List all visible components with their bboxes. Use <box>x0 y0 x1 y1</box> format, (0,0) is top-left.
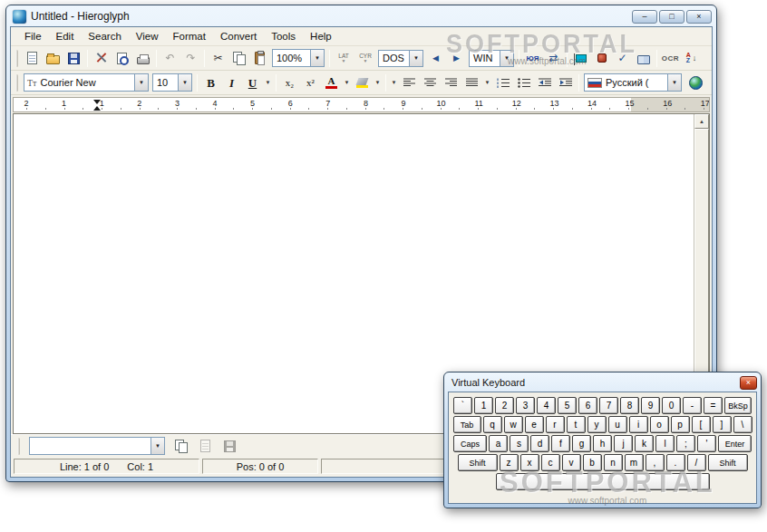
key-,[interactable]: , <box>646 454 665 471</box>
key-enter[interactable]: Enter <box>718 435 752 452</box>
key-i[interactable]: i <box>629 416 648 433</box>
key-y[interactable]: y <box>587 416 607 433</box>
key-w[interactable]: w <box>504 416 523 433</box>
zoom-dropdown-arrow[interactable]: ▼ <box>310 50 324 66</box>
key-s[interactable]: s <box>510 435 529 452</box>
cyrillic-button[interactable]: CYR ▼ <box>354 48 376 68</box>
keyboard-close-button[interactable]: × <box>740 376 757 390</box>
line-spacing-dropdown[interactable]: ▼ <box>482 73 492 92</box>
key-;[interactable]: ; <box>676 435 695 452</box>
bullet-list-button[interactable] <box>513 73 534 92</box>
target-encoding-dropdown-arrow[interactable]: ▼ <box>500 51 513 66</box>
scroll-up-button[interactable]: ▲ <box>694 114 709 129</box>
template-combo[interactable]: ▼ <box>29 437 165 455</box>
latin-button[interactable]: LAT ▼ <box>333 48 354 68</box>
font-size-dropdown-arrow[interactable]: ▼ <box>178 74 191 91</box>
subscript-button[interactable]: x₂ <box>279 73 300 92</box>
superscript-button[interactable]: x² <box>300 73 321 92</box>
key-t[interactable]: t <box>567 416 586 433</box>
key-g[interactable]: g <box>572 435 591 452</box>
indent-marker[interactable] <box>93 100 102 111</box>
font-size-combo[interactable]: 10 ▼ <box>152 73 192 92</box>
key-k[interactable]: k <box>635 435 654 452</box>
decrease-indent-button[interactable] <box>534 73 555 92</box>
toolbar-main-grip[interactable] <box>15 50 18 67</box>
key-9[interactable]: 9 <box>641 397 660 414</box>
highlight-button[interactable] <box>352 73 373 92</box>
key-x[interactable]: x <box>520 454 539 471</box>
numbered-list-button[interactable] <box>492 73 513 92</box>
key-/[interactable]: / <box>687 454 706 471</box>
increase-indent-button[interactable] <box>555 73 576 92</box>
style-dropdown[interactable]: ▼ <box>389 73 399 92</box>
menu-view[interactable]: View <box>130 29 165 44</box>
font-color-button[interactable]: A <box>321 73 342 92</box>
menu-convert[interactable]: Convert <box>214 29 263 44</box>
bottom-toolbar-grip[interactable] <box>17 438 20 455</box>
sort-button[interactable]: AZ ↓ <box>681 48 702 68</box>
internet-button[interactable] <box>685 73 706 92</box>
key-h[interactable]: h <box>593 435 612 452</box>
key-tab[interactable]: Tab <box>453 416 481 433</box>
key-m[interactable]: m <box>625 454 644 471</box>
save-button[interactable] <box>63 48 84 68</box>
key-p[interactable]: p <box>671 416 690 433</box>
dictionary-button[interactable] <box>633 48 654 68</box>
key-'[interactable]: ' <box>697 435 716 452</box>
close-button[interactable]: × <box>686 10 712 24</box>
key-n[interactable]: n <box>604 454 623 471</box>
key-=[interactable]: = <box>704 397 723 414</box>
key-e[interactable]: e <box>525 416 544 433</box>
save-fragment-button[interactable] <box>219 436 240 456</box>
font-color-dropdown[interactable]: ▼ <box>342 73 352 92</box>
align-justify-button[interactable] <box>461 73 482 92</box>
key-z[interactable]: z <box>500 454 519 471</box>
convert-right-button[interactable]: ▶ <box>446 48 467 68</box>
key-o[interactable]: o <box>650 416 669 433</box>
align-right-button[interactable] <box>441 73 461 92</box>
key-j[interactable]: j <box>614 435 633 452</box>
key-l[interactable]: l <box>655 435 675 452</box>
titlebar[interactable]: Untitled - Hieroglyph – □ × <box>6 5 716 26</box>
key-7[interactable]: 7 <box>599 397 618 414</box>
language-dropdown-arrow[interactable]: ▼ <box>667 74 681 91</box>
key-1[interactable]: 1 <box>474 397 493 414</box>
language-combo[interactable]: Русский ( ▼ <box>584 73 682 92</box>
keyboard-titlebar[interactable]: Virtual Keyboard × <box>444 372 761 392</box>
highlight-dropdown[interactable]: ▼ <box>373 73 383 92</box>
maximize-button[interactable]: □ <box>659 10 684 24</box>
key-5[interactable]: 5 <box>558 397 577 414</box>
insert-fragment-button[interactable] <box>170 436 191 456</box>
copy-fragment-button[interactable] <box>195 436 216 456</box>
key-q[interactable]: q <box>483 416 502 433</box>
toolbar-format-grip[interactable] <box>15 74 18 92</box>
key-][interactable]: ] <box>713 416 732 433</box>
bold-button[interactable]: B <box>200 73 221 92</box>
key-[[interactable]: [ <box>692 416 711 433</box>
underline-style-dropdown[interactable]: ▼ <box>263 73 273 92</box>
menu-help[interactable]: Help <box>304 29 338 44</box>
cut-button[interactable]: ✂ <box>208 48 228 68</box>
template-dropdown-arrow[interactable]: ▼ <box>150 438 164 454</box>
menu-file[interactable]: File <box>18 29 48 44</box>
key-u[interactable]: u <box>608 416 627 433</box>
new-button[interactable] <box>22 48 43 68</box>
key-caps[interactable]: Caps <box>453 435 487 452</box>
key-v[interactable]: v <box>562 454 581 471</box>
align-left-button[interactable] <box>399 73 420 92</box>
key-c[interactable]: c <box>541 454 560 471</box>
undo-button[interactable]: ↶ <box>160 48 180 68</box>
zoom-combo[interactable]: 100% ▼ <box>272 49 325 67</box>
print-button[interactable] <box>132 48 153 68</box>
convert-case-button[interactable]: ЮЯ <box>522 48 543 68</box>
key-.[interactable]: . <box>666 454 685 471</box>
menu-search[interactable]: Search <box>82 29 127 44</box>
align-center-button[interactable] <box>420 73 441 92</box>
key-\[interactable]: \ <box>733 416 752 433</box>
key-f[interactable]: f <box>551 435 570 452</box>
key-shift[interactable]: Shift <box>458 454 498 471</box>
key-6[interactable]: 6 <box>578 397 597 414</box>
paste-button[interactable] <box>249 48 270 68</box>
spellcheck-button[interactable]: ✓ <box>612 48 633 68</box>
copy-button[interactable] <box>228 48 249 68</box>
